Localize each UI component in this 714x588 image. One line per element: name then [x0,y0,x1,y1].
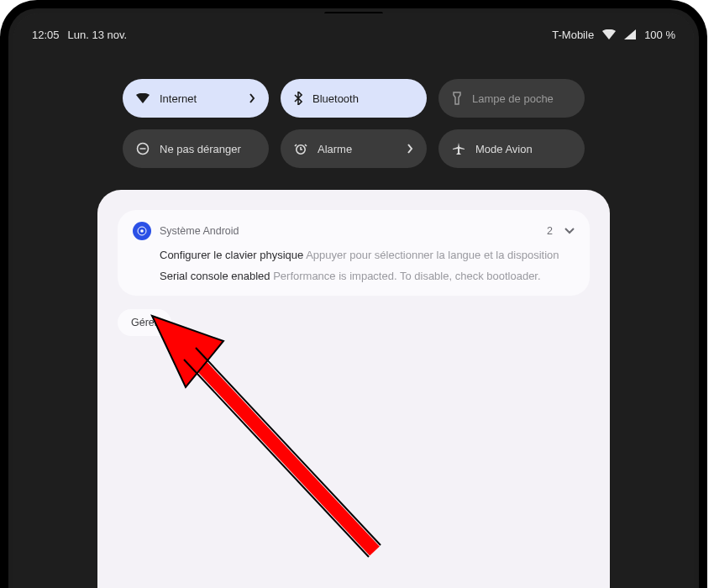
status-carrier: T-Mobile [552,29,594,41]
device-frame: 12:05 Lun. 13 nov. T-Mobile 100 % Intern… [0,0,707,588]
notification-count: 2 [547,225,553,237]
wifi-icon [602,29,616,39]
tile-label: Alarme [318,143,352,155]
flashlight-icon [452,92,462,105]
signal-icon [624,29,636,39]
chevron-right-icon [407,144,413,154]
tile-flashlight[interactable]: Lampe de poche [438,79,585,118]
tile-label: Ne pas déranger [160,143,241,155]
tile-airplane[interactable]: Mode Avion [438,129,585,168]
notification-body: Performance is impacted. To disable, che… [273,270,540,282]
tile-internet[interactable]: Internet [123,79,269,118]
status-date: Lun. 13 nov. [68,29,128,41]
notification-body: Appuyer pour sélectionner la langue et l… [306,249,559,261]
notification-item[interactable]: Configurer le clavier physique Appuyer p… [133,249,575,261]
tile-dnd[interactable]: Ne pas déranger [123,129,269,168]
status-bar: 12:05 Lun. 13 nov. T-Mobile 100 % [13,13,694,55]
dnd-icon [136,142,150,155]
notification-panel: Système Android 2 Configurer le clavier … [97,190,610,588]
tile-label: Lampe de poche [472,92,554,105]
notification-app-name: Système Android [160,225,538,237]
settings-gear-icon [133,222,151,240]
airplane-icon [452,142,465,155]
chevron-right-icon [249,93,255,103]
notification-item[interactable]: Serial console enabled Performance is im… [133,270,575,282]
bluetooth-icon [294,92,302,105]
tile-label: Internet [160,92,197,105]
wifi-icon [136,93,150,103]
quick-settings-row-2: Ne pas déranger Alarme Mode Avion [123,129,585,168]
status-time: 12:05 [32,29,60,41]
status-battery: 100 % [644,29,675,41]
chevron-down-icon[interactable] [564,228,575,234]
notification-title: Serial console enabled [160,270,273,282]
notification-title: Configurer le clavier physique [160,249,306,261]
quick-settings-row-1: Internet Bluetooth Lampe de poche [123,79,585,118]
tile-label: Bluetooth [312,92,359,105]
manage-button[interactable]: Gérer [118,309,171,336]
tile-bluetooth[interactable]: Bluetooth [281,79,427,118]
manage-label: Gérer [131,317,158,328]
notification-group[interactable]: Système Android 2 Configurer le clavier … [118,210,590,296]
tile-alarm[interactable]: Alarme [281,129,427,168]
screen: 12:05 Lun. 13 nov. T-Mobile 100 % Intern… [13,13,694,588]
svg-point-4 [140,229,144,233]
alarm-icon [294,142,307,155]
notification-shade: 12:05 Lun. 13 nov. T-Mobile 100 % Intern… [13,13,694,588]
tile-label: Mode Avion [475,143,533,155]
